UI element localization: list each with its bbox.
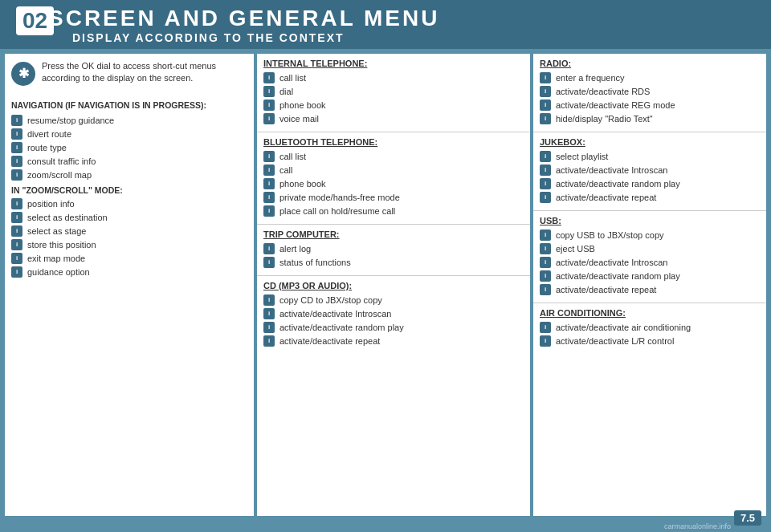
bt-tel-item-3: phone book xyxy=(279,179,326,189)
page-number-footer: 7.5 xyxy=(734,510,761,526)
list-item: i voice mail xyxy=(263,113,524,124)
right-panel: RADIO: i enter a frequency i activate/de… xyxy=(533,54,766,516)
bullet-icon: i xyxy=(11,225,22,237)
list-item: i activate/deactivate repeat xyxy=(540,284,760,295)
bullet-icon: i xyxy=(11,115,22,126)
cd-item-2: activate/deactivate Introscan xyxy=(279,309,391,319)
cd-mp3-title: CD (MP3 OR AUDIO): xyxy=(263,281,524,290)
tip-text: Press the OK dial to access short-cut me… xyxy=(42,60,247,85)
bullet-icon: i xyxy=(263,86,275,97)
tip-star-icon: ✱ xyxy=(18,66,29,81)
bullet-icon: i xyxy=(11,142,22,153)
bullet-icon: i xyxy=(263,113,275,124)
list-item: i activate/deactivate Introscan xyxy=(263,308,524,319)
cd-item-3: activate/deactivate random play xyxy=(279,323,404,332)
nav-item-5: zoom/scroll map xyxy=(27,170,92,180)
usb-item-4: activate/deactivate random play xyxy=(556,271,680,281)
ac-item-2: activate/deactivate L/R control xyxy=(556,336,674,346)
bullet-icon: i xyxy=(540,151,551,162)
page-subtitle: DISPLAY ACCORDING TO THE CONTEXT xyxy=(48,31,755,44)
bullet-icon: i xyxy=(263,335,275,347)
bullet-icon: i xyxy=(263,72,275,83)
bt-tel-item-1: call list xyxy=(279,152,306,161)
tip-icon: ✱ xyxy=(11,62,35,86)
bullet-icon: i xyxy=(263,294,275,306)
list-item: i eject USB xyxy=(540,243,760,254)
bullet-icon: i xyxy=(263,178,275,189)
list-item: i activate/deactivate random play xyxy=(540,270,760,282)
int-tel-item-4: voice mail xyxy=(279,114,319,124)
list-item: i guidance option xyxy=(11,266,247,278)
list-item: i hide/display "Radio Text" xyxy=(540,113,760,124)
int-tel-item-2: dial xyxy=(279,87,293,96)
zoom-item-1: position info xyxy=(27,199,75,209)
bluetooth-telephone-title: BLUETOOTH TELEPHONE: xyxy=(263,137,524,147)
list-item: i phone book xyxy=(263,178,524,189)
list-item: i activate/deactivate repeat xyxy=(540,192,760,203)
jukebox-item-1: select playlist xyxy=(556,152,608,161)
cd-mp3-section: CD (MP3 OR AUDIO): i copy CD to JBX/stop… xyxy=(257,276,530,354)
int-tel-item-3: phone book xyxy=(279,100,326,110)
bullet-icon: i xyxy=(11,239,22,250)
list-item: i activate/deactivate RDS xyxy=(540,86,760,97)
usb-item-3: activate/deactivate Introscan xyxy=(556,258,667,267)
zoom-item-2: select as destination xyxy=(27,213,108,222)
left-panel: ✱ Press the OK dial to access short-cut … xyxy=(5,54,254,516)
list-item: i private mode/hands-free mode xyxy=(263,192,524,203)
nav-item-1: resume/stop guidance xyxy=(27,116,114,125)
list-item: i consult traffic info xyxy=(11,156,247,167)
zoom-item-3: select as stage xyxy=(27,226,86,236)
jukebox-title: JUKEBOX: xyxy=(540,137,760,147)
zoom-item-5: exit map mode xyxy=(27,254,85,263)
nav-item-2: divert route xyxy=(27,129,71,139)
bullet-icon: i xyxy=(11,128,22,140)
ac-item-1: activate/deactivate air conditioning xyxy=(556,323,691,332)
radio-section: RADIO: i enter a frequency i activate/de… xyxy=(533,54,766,132)
list-item: i call list xyxy=(263,151,524,162)
list-item: i activate/deactivate Introscan xyxy=(540,164,760,176)
list-item: i enter a frequency xyxy=(540,72,760,83)
list-item: i resume/stop guidance xyxy=(11,115,247,126)
list-item: i copy CD to JBX/stop copy xyxy=(263,294,524,306)
bullet-icon: i xyxy=(540,192,551,203)
trip-item-2: status of functions xyxy=(279,258,351,267)
list-item: i call xyxy=(263,164,524,176)
nav-item-3: route type xyxy=(27,143,67,152)
list-item: i activate/deactivate Introscan xyxy=(540,257,760,268)
air-conditioning-title: AIR CONDITIONING: xyxy=(540,308,760,318)
bullet-icon: i xyxy=(11,198,22,209)
bluetooth-telephone-section: BLUETOOTH TELEPHONE: i call list i call … xyxy=(257,132,530,225)
list-item: i exit map mode xyxy=(11,253,247,264)
bullet-icon: i xyxy=(263,308,275,319)
bullet-icon: i xyxy=(11,169,22,181)
radio-item-3: activate/deactivate REG mode xyxy=(556,100,675,110)
usb-item-1: copy USB to JBX/stop copy xyxy=(556,230,664,240)
bullet-icon: i xyxy=(263,151,275,162)
trip-computer-section: TRIP COMPUTER: i alert log i status of f… xyxy=(257,225,530,276)
content-area: ✱ Press the OK dial to access short-cut … xyxy=(0,49,771,521)
int-tel-item-1: call list xyxy=(279,73,306,83)
radio-item-2: activate/deactivate RDS xyxy=(556,87,650,96)
bullet-icon: i xyxy=(540,113,551,124)
bullet-icon: i xyxy=(263,322,275,333)
zoom-mode-title: IN "ZOOM/SCROLL" MODE: xyxy=(11,185,247,195)
bullet-icon: i xyxy=(540,270,551,282)
bullet-icon: i xyxy=(263,257,275,268)
list-item: i call list xyxy=(263,72,524,83)
list-item: i activate/deactivate repeat xyxy=(263,335,524,347)
list-item: i zoom/scroll map xyxy=(11,169,247,181)
internal-telephone-section: INTERNAL TELEPHONE: i call list i dial i… xyxy=(257,54,530,132)
trip-computer-title: TRIP COMPUTER: xyxy=(263,229,524,239)
list-item: i select as stage xyxy=(11,225,247,237)
radio-item-1: enter a frequency xyxy=(556,73,625,83)
list-item: i copy USB to JBX/stop copy xyxy=(540,229,760,241)
bullet-icon: i xyxy=(11,266,22,278)
nav-item-4: consult traffic info xyxy=(27,156,96,166)
bt-tel-item-5: place call on hold/resume call xyxy=(279,206,395,216)
list-item: i activate/deactivate L/R control xyxy=(540,335,760,347)
bt-tel-item-2: call xyxy=(279,165,293,175)
zoom-item-4: store this position xyxy=(27,240,96,250)
list-item: i route type xyxy=(11,142,247,153)
middle-panel: INTERNAL TELEPHONE: i call list i dial i… xyxy=(257,54,530,516)
jukebox-item-2: activate/deactivate Introscan xyxy=(556,165,667,175)
